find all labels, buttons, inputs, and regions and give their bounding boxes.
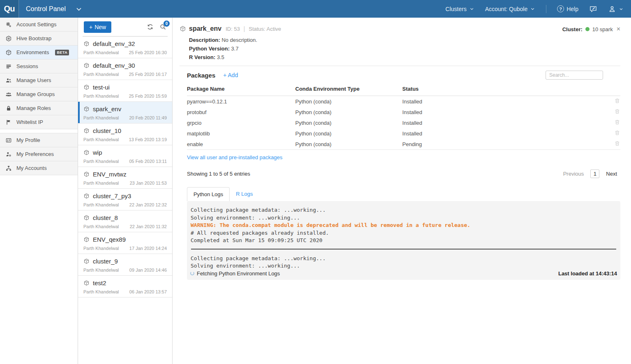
showing-entries-text: Showing 1 to 5 of 5 entries bbox=[187, 171, 250, 177]
pagination-previous[interactable]: Previous bbox=[563, 171, 584, 177]
sidebar-item-environments[interactable]: Environments BETA bbox=[0, 46, 78, 60]
environment-list-item[interactable]: cluster_7_py3 Parth Khandelwal 22 Jan 20… bbox=[78, 189, 172, 211]
tab-python-logs[interactable]: Python Logs bbox=[187, 187, 230, 201]
package-icon bbox=[5, 49, 12, 56]
account-menu[interactable]: Account: Qubole bbox=[485, 6, 536, 12]
view-all-packages-link[interactable]: View all user and pre-installed packages bbox=[187, 154, 282, 160]
environment-name: ENV_qex89 bbox=[93, 236, 126, 243]
id-card-icon bbox=[5, 137, 12, 144]
sidebar-item-manage-groups[interactable]: Manage Groups bbox=[0, 87, 78, 101]
environment-list-item[interactable]: spark_env Parth Khandelwal 20 Feb 2020 1… bbox=[78, 102, 172, 124]
environment-date: 13 Feb 2020 13:19 bbox=[129, 137, 167, 142]
sidebar-item-my-preferences[interactable]: My Preferences bbox=[0, 147, 78, 161]
environment-name: test2 bbox=[93, 279, 106, 286]
environment-list-item[interactable]: cluster_9 Parth Khandelwal 09 Jan 2020 1… bbox=[78, 254, 172, 276]
environment-list-item[interactable]: default_env_32 Parth Khandelwal 25 Feb 2… bbox=[78, 37, 172, 58]
package-name-cell: matplotlib bbox=[187, 128, 295, 139]
description-value: No description. bbox=[221, 37, 257, 43]
log-line: Completed at Sun Mar 15 09:09:25 UTC 202… bbox=[190, 237, 617, 245]
package-icon bbox=[83, 236, 90, 243]
sidebar-item-hive-bootstrap[interactable]: Hive Bootstrap bbox=[0, 32, 78, 46]
packages-heading: Packages bbox=[187, 72, 215, 79]
new-environment-button[interactable]: + New bbox=[84, 21, 111, 33]
group-icon bbox=[5, 91, 12, 98]
sidebar-item-label: Manage Users bbox=[16, 77, 51, 83]
pagination-next[interactable]: Next bbox=[606, 171, 617, 177]
feedback-button[interactable] bbox=[589, 5, 597, 13]
environment-list-item[interactable]: default_env_30 Parth Khandelwal 25 Feb 2… bbox=[78, 58, 172, 80]
environment-list-item[interactable]: ENV_mvtwz Parth Khandelwal 23 Jan 2020 1… bbox=[78, 167, 172, 189]
sidebar-item-label: Environments bbox=[16, 49, 49, 55]
environment-date: 25 Feb 2020 16:30 bbox=[129, 50, 167, 55]
environment-list-item[interactable]: test2 Parth Khandelwal 06 Jan 2020 13:57 bbox=[78, 276, 172, 298]
environment-list-item[interactable]: cluster_8 Parth Khandelwal 22 Jan 2020 1… bbox=[78, 211, 172, 232]
remove-cluster-icon[interactable]: × bbox=[617, 26, 620, 32]
package-table-row: grpcio Python (conda) Installed bbox=[187, 117, 620, 128]
user-icon bbox=[608, 5, 616, 13]
separator: | bbox=[244, 25, 245, 32]
delete-package-icon[interactable] bbox=[614, 108, 620, 114]
main-content: spark_env ID: 53 | Status: Active Descri… bbox=[173, 18, 631, 364]
sidebar-item-my-accounts[interactable]: My Accounts bbox=[0, 161, 78, 175]
refresh-icon[interactable] bbox=[147, 23, 154, 30]
package-icon bbox=[83, 62, 90, 69]
sidebar-item-sessions[interactable]: Sessions bbox=[0, 60, 78, 73]
search-environments-icon[interactable]: 0 bbox=[159, 23, 166, 30]
sidebar-item-label: My Profile bbox=[16, 137, 40, 143]
log-warning-line: WARNING: The conda.compat module is depr… bbox=[190, 222, 617, 229]
delete-package-icon[interactable] bbox=[614, 140, 620, 147]
r-version-line: R Version: 3.5 bbox=[189, 53, 281, 62]
package-icon bbox=[83, 41, 90, 47]
environment-list-item[interactable]: test-ui Parth Khandelwal 25 Feb 2020 15:… bbox=[78, 80, 172, 102]
packages-table-body: pyarrow==0.12.1 Python (conda) Installed… bbox=[187, 96, 620, 150]
topbar-divider bbox=[546, 5, 546, 13]
chevron-down-icon bbox=[530, 6, 535, 11]
app-title: Control Panel bbox=[26, 5, 66, 13]
environment-list-item[interactable]: cluster_10 Parth Khandelwal 13 Feb 2020 … bbox=[78, 124, 172, 145]
column-header-package-name: Package Name bbox=[187, 83, 295, 96]
environment-owner: Parth Khandelwal bbox=[83, 50, 119, 55]
delete-package-icon[interactable] bbox=[614, 119, 620, 125]
pagination-page-1[interactable]: 1 bbox=[590, 169, 599, 178]
sidebar-item-account-settings[interactable]: Account Settings bbox=[0, 18, 78, 32]
environment-owner: Parth Khandelwal bbox=[83, 137, 119, 142]
sidebar-item-manage-users[interactable]: Manage Users bbox=[0, 73, 78, 87]
environment-name: cluster_7_py3 bbox=[93, 192, 131, 199]
delete-package-icon[interactable] bbox=[614, 130, 620, 136]
package-table-row: protobuf Python (conda) Installed bbox=[187, 107, 620, 117]
package-status-cell: Installed bbox=[402, 107, 610, 117]
sidebar-item-label: My Preferences bbox=[16, 151, 54, 157]
environment-name: cluster_10 bbox=[93, 127, 121, 134]
delete-package-icon[interactable] bbox=[614, 98, 620, 104]
clusters-menu-label: Clusters bbox=[445, 6, 466, 12]
logs-tabs: Python Logs R Logs bbox=[187, 187, 620, 201]
user-menu[interactable] bbox=[608, 5, 624, 13]
chevron-down-icon bbox=[469, 6, 474, 11]
environment-name: cluster_8 bbox=[93, 214, 118, 221]
environment-date: 22 Jan 2020 12:32 bbox=[129, 202, 167, 207]
hierarchy-icon bbox=[5, 165, 12, 172]
log-line: Solving environment: ...working... bbox=[190, 214, 617, 222]
log-line: # All requested packages already install… bbox=[190, 229, 617, 237]
sidebar: Account Settings Hive Bootstrap Environm… bbox=[0, 18, 78, 364]
sidebar-item-manage-roles[interactable]: Manage Roles bbox=[0, 101, 78, 115]
help-menu[interactable]: ? Help bbox=[557, 5, 578, 12]
sidebar-item-whitelist-ip[interactable]: Whitelist IP bbox=[0, 115, 78, 129]
column-header-status: Status bbox=[402, 83, 610, 96]
package-table-row: pyarrow==0.12.1 Python (conda) Installed bbox=[187, 96, 620, 107]
package-icon bbox=[83, 84, 90, 90]
package-search-input[interactable] bbox=[546, 71, 603, 80]
add-package-link[interactable]: + Add bbox=[223, 72, 238, 78]
app-switcher-chevron-icon[interactable] bbox=[75, 5, 83, 13]
environment-title: spark_env bbox=[189, 25, 221, 32]
package-icon bbox=[180, 25, 186, 32]
package-icon bbox=[83, 193, 90, 199]
environment-list-item[interactable]: ENV_qex89 Parth Khandelwal 17 Jan 2020 1… bbox=[78, 232, 172, 254]
environment-id: ID: 53 bbox=[226, 26, 240, 32]
clusters-menu[interactable]: Clusters bbox=[445, 6, 474, 12]
description-line: Description: No description. bbox=[189, 36, 281, 44]
environment-owner: Parth Khandelwal bbox=[83, 115, 119, 120]
tab-r-logs[interactable]: R Logs bbox=[230, 187, 259, 201]
sidebar-item-my-profile[interactable]: My Profile bbox=[0, 133, 78, 147]
environment-list-item[interactable]: wip Parth Khandelwal 05 Feb 2020 13:11 bbox=[78, 145, 172, 167]
